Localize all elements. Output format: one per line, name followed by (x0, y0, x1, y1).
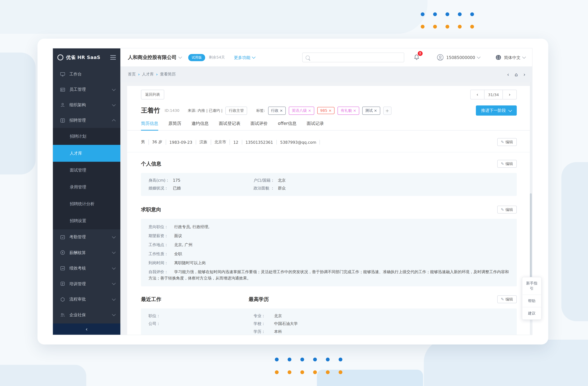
candidate-header-row: 王着竹 ID:1430 来源: 内推 | 已邀约 | 行政主管 标签: 行政 ×… (141, 106, 517, 116)
personal-info-header: 个人信息 ✎ 编辑 (141, 160, 517, 168)
logo-text: 优雀 HR SaaS (66, 54, 110, 61)
chevron-up-icon (112, 119, 116, 123)
sidebar-subitem-interview-mgmt[interactable]: 面试管理 (53, 162, 120, 179)
sidebar-item-recruiting[interactable]: 招聘管理 (53, 113, 120, 128)
pager-prev-button[interactable]: ‹ (471, 90, 484, 99)
subitem-label: 招聘设置 (70, 218, 86, 224)
id-card-icon (60, 87, 65, 92)
summary-phone: 13501352361 (246, 140, 277, 144)
edit-pencil-icon: ✎ (501, 140, 504, 144)
tab-interview-form[interactable]: 面试登记表 (219, 121, 240, 130)
subitem-label: 面试管理 (70, 167, 86, 173)
candidate-tag[interactable]: 985 × (317, 107, 335, 114)
chevron-down-icon (112, 281, 116, 285)
sidebar-item-training[interactable]: 培训管理 (53, 276, 120, 292)
breadcrumb-separator: › (156, 72, 158, 77)
plan-remaining-label: 剩余54天 (209, 55, 225, 60)
sidebar-subitem-recruit-settings[interactable]: 招聘设置 (53, 212, 120, 229)
user-icon (437, 54, 444, 61)
edit-job-intention-button[interactable]: ✎ 编辑 (497, 206, 517, 214)
tab-offer-info[interactable]: offer信息 (278, 121, 296, 130)
sidebar-item-label: 绩效考核 (69, 265, 112, 271)
breadcrumb-bar: 首页 › 人才库 › 查看简历 ‹ ⌂ › (120, 67, 532, 82)
summary-city: 北京市 (214, 139, 230, 145)
candidate-name: 王着竹 (141, 106, 160, 115)
top-bar: 人和商业控股有限公司 试用版 剩余54天 更多功能 (120, 48, 532, 66)
sidebar-item-attendance[interactable]: 考勤管理 (53, 229, 120, 245)
more-features-label: 更多功能 (234, 55, 250, 60)
candidate-tag[interactable]: 测试 × (362, 106, 380, 114)
sidebar-item-payroll[interactable]: 薪酬核算 (53, 245, 120, 261)
sidebar-item-employee[interactable]: 员工管理 (53, 82, 120, 97)
tab-interview-record[interactable]: 面试记录 (307, 121, 324, 130)
breadcrumb-home[interactable]: 首页 (128, 72, 136, 77)
field-school: 学校：中国石油大学 (253, 321, 509, 327)
recruiting-submenu: 招聘计划 人才库 面试管理 录用管理 招聘统计分析 招聘设置 (53, 128, 120, 229)
nav-forward-icon[interactable]: › (524, 71, 525, 77)
edit-pencil-icon: ✎ (501, 162, 504, 166)
sidebar-item-organization[interactable]: 组织架构 (53, 97, 120, 113)
sidebar-item-approval[interactable]: 流程审批 (53, 292, 120, 307)
pager-next-button[interactable]: › (503, 90, 516, 99)
field-self-evaluation: 自我评价：学习能力强，能够在短时间内迅速掌握工作要领；灵活处理工作中的突发状况，… (148, 269, 509, 282)
work-education-panel: 职位： 公司： 专业：北京 学校：中国石油大学 学历：本科 (141, 308, 517, 335)
field-marital: 婚姻状况：已婚 (148, 186, 253, 191)
sidebar-item-label: 企业社保 (69, 312, 112, 318)
chevron-down-icon (508, 108, 512, 112)
advance-stage-button[interactable]: 推进下一阶段 (476, 106, 517, 116)
sidebar-collapse-button[interactable]: ‹ (53, 323, 120, 335)
scrollbar-thumb[interactable] (530, 193, 532, 289)
more-features-menu[interactable]: 更多功能 (234, 55, 255, 60)
sidebar-item-performance[interactable]: 绩效考核 (53, 260, 120, 276)
language-selector[interactable]: 简体中文 (495, 54, 525, 61)
breadcrumb-current: 查看简历 (160, 72, 176, 77)
candidate-id: ID:1430 (165, 108, 179, 113)
summary-email: 5387993@qq.com (280, 140, 320, 144)
feedback-button[interactable]: 建议 (523, 307, 541, 319)
candidate-summary: 男 36 岁 1983-09-23 汉族 北京市 12 13501352361 … (141, 139, 323, 145)
sidebar-subitem-hiring-mgmt[interactable]: 录用管理 (53, 179, 120, 196)
work-education-header: 最近工作 最高学历 ✎ 编辑 (141, 295, 517, 303)
edit-personal-info-button[interactable]: ✎ 编辑 (497, 160, 517, 168)
search-input[interactable] (312, 55, 401, 60)
company-switcher[interactable]: 人和商业控股有限公司 (128, 54, 182, 61)
notification-bell[interactable]: 8 (413, 53, 420, 62)
help-button[interactable]: 帮助 (523, 295, 541, 307)
sidebar-subitem-recruit-plan[interactable]: 招聘计划 (53, 128, 120, 145)
tags-label: 标签: (256, 108, 265, 113)
candidate-tag[interactable]: 英语八级 × (289, 106, 314, 114)
tab-original-resume[interactable]: 原简历 (168, 121, 181, 130)
nav-home-icon[interactable]: ⌂ (515, 71, 518, 77)
user-account-menu[interactable]: 15085000000 (437, 54, 480, 61)
sidebar-subitem-recruit-analytics[interactable]: 招聘统计分析 (53, 196, 120, 212)
edit-summary-button[interactable]: ✎ 编辑 (497, 138, 517, 146)
field-work-type: 工作性质：全职 (148, 251, 509, 257)
approval-icon (60, 296, 65, 302)
candidate-summary-row: 男 36 岁 1983-09-23 汉族 北京市 12 13501352361 … (127, 138, 531, 152)
org-structure-icon (60, 102, 65, 108)
payroll-icon (60, 250, 65, 255)
sidebar-item-label: 招聘管理 (69, 117, 112, 123)
beginner-guide-button[interactable]: 新手指引 (523, 277, 541, 295)
menu-hamburger-icon[interactable] (110, 55, 116, 60)
tab-resume-info[interactable]: 简历信息 (141, 121, 158, 131)
chevron-down-icon (112, 266, 116, 270)
sidebar-item-workbench[interactable]: 工作台 (53, 67, 120, 82)
tab-invite-info[interactable]: 邀约信息 (191, 121, 209, 130)
nav-back-icon[interactable]: ‹ (507, 71, 509, 77)
sidebar: 优雀 HR SaaS 工作台 员工管理 组 (53, 48, 120, 335)
sidebar-item-social-insurance[interactable]: 企业社保 (53, 307, 120, 323)
app-window: 优雀 HR SaaS 工作台 员工管理 组 (38, 39, 548, 344)
candidate-tag[interactable]: 行政 × (268, 106, 286, 114)
add-tag-button[interactable]: + (383, 106, 391, 114)
edit-work-education-button[interactable]: ✎ 编辑 (497, 295, 517, 303)
sidebar-subitem-talent-pool[interactable]: 人才库 (53, 145, 120, 162)
sidebar-item-label: 培训管理 (69, 281, 112, 287)
tab-interview-evaluation[interactable]: 面试评价 (251, 121, 268, 130)
job-intention-panel: 意向职位：行政专员, 行政经理, 期望薪资：面议 工作地点：北京, 广州 工作性… (141, 219, 517, 286)
back-to-list-button[interactable]: 返回列表 (141, 90, 164, 99)
candidate-tag[interactable]: 有礼貌 × (338, 106, 359, 114)
field-household: 户口/国籍：北京 (253, 178, 509, 183)
candidate-pager: ‹ 31/34 › (470, 90, 517, 99)
breadcrumb-talent-pool[interactable]: 人才库 (142, 72, 154, 77)
